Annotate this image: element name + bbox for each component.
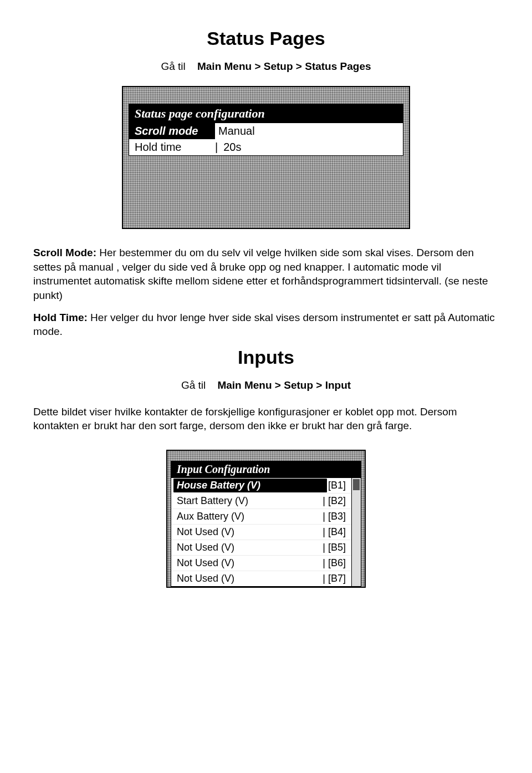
input-label: Aux Battery (V) xyxy=(173,510,321,523)
section-heading-status-pages: Status Pages xyxy=(33,28,499,49)
input-value: [B5] xyxy=(327,541,349,555)
separator: | xyxy=(215,141,220,154)
separator: | xyxy=(321,511,327,522)
input-row-house-battery[interactable]: House Battery (V) [B1] xyxy=(171,478,351,493)
breadcrumb-status-pages: Gå til Main Menu > Setup > Status Pages xyxy=(33,60,499,73)
config-panel: Status page configuration Scroll mode Ma… xyxy=(129,104,403,156)
input-value: [B6] xyxy=(327,556,349,570)
input-row-not-used-b5[interactable]: Not Used (V) | [B5] xyxy=(171,540,351,555)
separator: | xyxy=(321,542,327,553)
input-row-not-used-b6[interactable]: Not Used (V) | [B6] xyxy=(171,555,351,571)
input-value: [B2] xyxy=(327,494,349,508)
separator: | xyxy=(321,557,327,569)
input-label: House Battery (V) xyxy=(173,479,327,492)
term-hold-time: Hold Time: xyxy=(33,312,88,323)
input-label: Start Battery (V) xyxy=(173,494,321,508)
section-heading-inputs: Inputs xyxy=(33,347,499,368)
separator: | xyxy=(321,495,327,507)
breadcrumb-path: Main Menu > Setup > Status Pages xyxy=(197,60,371,72)
text-scroll-mode: Her bestemmer du om du selv vil velge hv… xyxy=(33,247,488,301)
input-label: Not Used (V) xyxy=(173,556,321,570)
config-row-hold-time[interactable]: Hold time | 20s xyxy=(129,139,403,155)
breadcrumb-prefix: Gå til xyxy=(181,379,206,391)
row-label: Scroll mode xyxy=(129,123,215,139)
row-value: Manual xyxy=(215,123,258,139)
screenshot-status-page-config: Status page configuration Scroll mode Ma… xyxy=(122,86,410,229)
input-label: Not Used (V) xyxy=(173,541,321,555)
row-value: 20s xyxy=(220,139,244,155)
breadcrumb-path: Main Menu > Setup > Input xyxy=(217,379,351,391)
input-value: [B1] xyxy=(327,479,349,492)
breadcrumb-inputs: Gå til Main Menu > Setup > Input xyxy=(33,379,499,391)
input-row-start-battery[interactable]: Start Battery (V) | [B2] xyxy=(171,493,351,508)
input-row-aux-battery[interactable]: Aux Battery (V) | [B3] xyxy=(171,508,351,524)
scrollbar[interactable] xyxy=(352,478,361,586)
paragraph-inputs: Dette bildet viser hvilke kontakter de f… xyxy=(33,405,499,433)
row-label: Hold time xyxy=(129,139,215,155)
panel-title: Input Configuration xyxy=(171,461,361,478)
input-row-not-used-b4[interactable]: Not Used (V) | [B4] xyxy=(171,524,351,540)
input-config-panel: Input Configuration House Battery (V) [B… xyxy=(171,461,361,587)
term-scroll-mode: Scroll Mode: xyxy=(33,247,96,258)
separator: | xyxy=(321,526,327,538)
paragraph-scroll-mode: Scroll Mode: Her bestemmer du om du selv… xyxy=(33,246,499,303)
config-row-scroll-mode[interactable]: Scroll mode Manual xyxy=(129,123,403,139)
paragraph-hold-time: Hold Time: Her velger du hvor lenge hver… xyxy=(33,311,499,339)
separator: | xyxy=(321,573,327,584)
breadcrumb-prefix: Gå til xyxy=(161,60,185,72)
screenshot-input-config: Input Configuration House Battery (V) [B… xyxy=(166,450,366,588)
panel-title: Status page configuration xyxy=(129,104,403,123)
input-row-not-used-b7[interactable]: Not Used (V) | [B7] xyxy=(171,571,351,586)
input-label: Not Used (V) xyxy=(173,525,321,539)
input-value: [B4] xyxy=(327,525,349,539)
scrollbar-thumb[interactable] xyxy=(353,479,360,490)
input-value: [B7] xyxy=(327,572,349,586)
input-value: [B3] xyxy=(327,510,349,523)
input-label: Not Used (V) xyxy=(173,572,321,586)
input-list: House Battery (V) [B1] Start Battery (V)… xyxy=(171,478,352,586)
text-hold-time: Her velger du hvor lenge hver side skal … xyxy=(33,312,495,338)
